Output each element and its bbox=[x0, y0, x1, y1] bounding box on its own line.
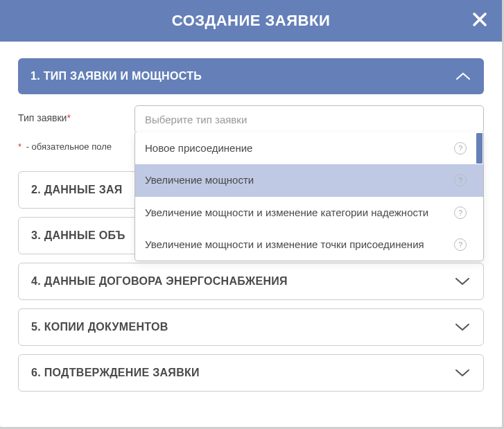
create-request-modal: СОЗДАНИЕ ЗАЯВКИ 1. ТИП ЗАЯВКИ И МОЩНОСТЬ… bbox=[0, 0, 502, 427]
section-4-header[interactable]: 4. ДАННЫЕ ДОГОВОРА ЭНЕРГОСНАБЖЕНИЯ bbox=[18, 263, 484, 300]
section-5-header[interactable]: 5. КОПИИ ДОКУМЕНТОВ bbox=[18, 308, 484, 346]
request-type-row: Тип заявки* Выберите тип заявки Новое пр… bbox=[18, 105, 484, 133]
chevron-down-icon bbox=[454, 319, 471, 335]
section-1-header[interactable]: 1. ТИП ЗАЯВКИ И МОЩНОСТЬ bbox=[18, 58, 484, 94]
modal-title: СОЗДАНИЕ ЗАЯВКИ bbox=[172, 12, 330, 30]
dropdown-option-label: Увеличение мощности и изменение категори… bbox=[145, 206, 454, 220]
required-indicator: * bbox=[67, 112, 70, 123]
help-icon[interactable]: ? bbox=[454, 238, 467, 251]
section-3-title: 3. ДАННЫЕ ОБЪ bbox=[31, 229, 125, 242]
section-1-content: Тип заявки* Выберите тип заявки Новое пр… bbox=[18, 105, 484, 171]
request-type-select-wrapper: Выберите тип заявки Новое присоединение … bbox=[134, 105, 484, 133]
chevron-down-icon bbox=[454, 365, 471, 381]
section-6-title: 6. ПОДТВЕРЖДЕНИЕ ЗАЯВКИ bbox=[31, 367, 200, 379]
dropdown-scrollbar[interactable] bbox=[476, 133, 483, 164]
help-icon[interactable]: ? bbox=[454, 174, 467, 186]
help-icon[interactable]: ? bbox=[454, 142, 467, 155]
close-button[interactable] bbox=[470, 10, 489, 29]
dropdown-option-new-connection[interactable]: Новое присоединение ? bbox=[135, 132, 483, 164]
chevron-down-icon bbox=[454, 273, 471, 290]
request-type-dropdown: Новое присоединение ? Увеличение мощност… bbox=[134, 132, 484, 261]
close-icon bbox=[471, 11, 488, 28]
section-2-title: 2. ДАННЫЕ ЗАЯ bbox=[31, 184, 123, 196]
chevron-up-icon bbox=[455, 68, 471, 85]
dropdown-option-increase-power-reliability[interactable]: Увеличение мощности и изменение категори… bbox=[135, 197, 483, 229]
request-type-label: Тип заявки* bbox=[18, 105, 134, 123]
dropdown-option-increase-power-point[interactable]: Увеличение мощности и изменение точки пр… bbox=[135, 229, 483, 261]
modal-body: 1. ТИП ЗАЯВКИ И МОЩНОСТЬ Тип заявки* Выб… bbox=[0, 42, 502, 392]
section-6-header[interactable]: 6. ПОДТВЕРЖДЕНИЕ ЗАЯВКИ bbox=[18, 354, 484, 392]
section-4-title: 4. ДАННЫЕ ДОГОВОРА ЭНЕРГОСНАБЖЕНИЯ bbox=[31, 275, 288, 288]
dropdown-option-label: Новое присоединение bbox=[145, 141, 454, 155]
request-type-select[interactable]: Выберите тип заявки bbox=[134, 105, 484, 133]
dropdown-option-label: Увеличение мощности bbox=[145, 173, 454, 187]
select-placeholder: Выберите тип заявки bbox=[145, 114, 247, 125]
section-5-title: 5. КОПИИ ДОКУМЕНТОВ bbox=[31, 321, 168, 333]
modal-header: СОЗДАНИЕ ЗАЯВКИ bbox=[0, 0, 502, 42]
help-icon[interactable]: ? bbox=[454, 207, 467, 219]
section-1-title: 1. ТИП ЗАЯВКИ И МОЩНОСТЬ bbox=[31, 70, 202, 82]
dropdown-option-increase-power[interactable]: Увеличение мощности ? bbox=[135, 164, 483, 196]
dropdown-option-label: Увеличение мощности и изменение точки пр… bbox=[145, 238, 454, 252]
